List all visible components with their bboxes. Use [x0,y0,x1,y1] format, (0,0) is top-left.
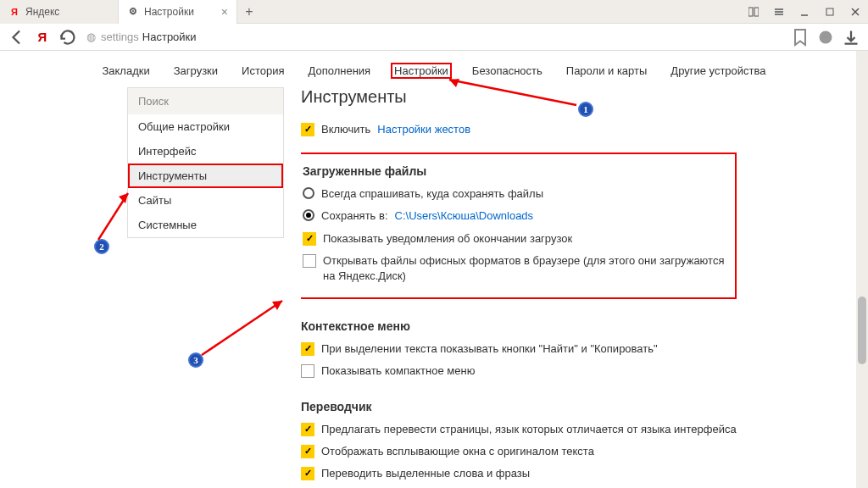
sidebar-item-sites[interactable]: Сайты [128,188,283,213]
radio-ask-location[interactable] [303,187,314,199]
panels-icon[interactable] [741,0,766,24]
office-files-checkbox[interactable] [303,254,316,268]
enable-label: Включить [321,122,370,137]
settings-panel: Инструменты Включить Настройки жестов За… [301,87,860,487]
extensions-icon[interactable] [815,27,836,47]
gear-icon: ⚙ [127,6,139,18]
sidebar-item-interface[interactable]: Интерфейс [128,139,283,164]
notify-checkbox[interactable] [303,232,316,246]
radio-save-to[interactable] [303,209,314,221]
panel-title: Инструменты [301,87,851,107]
sidebar-item-system[interactable]: Системные [128,213,283,237]
downloads-section: Загруженные файлы Всегда спрашивать, куд… [301,152,737,299]
nav-addons[interactable]: Дополнения [304,63,374,79]
new-tab-button[interactable]: + [237,4,261,19]
offer-translate-checkbox[interactable] [301,423,314,436]
maximize-button[interactable] [817,0,843,24]
compact-menu-checkbox[interactable] [301,364,314,378]
context-menu-heading: Контекстное меню [301,319,851,333]
sidebar-item-tools[interactable]: Инструменты [128,164,283,188]
yandex-icon: Я [8,6,20,18]
close-tab-icon[interactable]: × [213,5,228,19]
titlebar: Я Яндекс ⚙ Настройки × + [0,0,868,24]
close-window-button[interactable] [843,0,868,24]
translate-selected-checkbox[interactable] [301,467,314,480]
bookmark-icon[interactable] [790,27,810,47]
nav-bookmarks[interactable]: Закладки [98,63,153,79]
popup-original-checkbox[interactable] [301,445,314,458]
svg-rect-6 [826,8,833,15]
svg-point-9 [820,30,832,43]
annotation-marker-1: 1 [578,102,593,117]
translator-section: Переводчик Предлагать перевести страницы… [301,400,851,482]
address-bar[interactable]: ◍ settings Настройки [83,30,785,43]
globe-icon: ◍ [86,30,96,43]
svg-rect-0 [748,8,753,16]
sidebar-item-general[interactable]: Общие настройки [128,114,283,139]
browser-tab-active[interactable]: ⚙ Настройки × [119,0,237,24]
annotation-marker-3: 3 [188,352,203,368]
nav-devices[interactable]: Другие устройства [667,63,769,79]
translator-heading: Переводчик [301,400,851,413]
enable-checkbox[interactable] [301,123,314,136]
nav-passwords[interactable]: Пароли и карты [563,63,651,79]
menu-icon[interactable] [766,0,792,24]
scroll-thumb[interactable] [858,297,866,364]
gestures-link[interactable]: Настройки жестов [377,122,470,137]
back-button[interactable] [7,27,27,47]
nav-security[interactable]: Безопасность [469,63,546,79]
minimize-button[interactable] [792,0,817,24]
content-area: Закладки Загрузки История Дополнения Нас… [0,51,868,488]
tab-title: Настройки [144,6,194,18]
sidebar-search[interactable]: Поиск [128,88,283,114]
yandex-home-button[interactable]: Я [32,27,53,47]
nav-downloads[interactable]: Загрузки [170,63,221,79]
page-scrollbar[interactable] [856,51,868,488]
downloads-icon[interactable] [841,27,861,47]
context-menu-section: Контекстное меню При выделении текста по… [301,319,851,379]
download-path-link[interactable]: C:\Users\Ксюша\Downloads [395,208,534,224]
settings-topnav: Закладки Загрузки История Дополнения Нас… [0,51,868,87]
nav-settings[interactable]: Настройки [391,63,452,79]
reload-button[interactable] [58,27,78,47]
downloads-heading: Загруженные файлы [303,164,725,178]
toolbar: Я ◍ settings Настройки [0,24,868,51]
settings-sidebar: Поиск Общие настройки Интерфейс Инструме… [127,87,284,238]
nav-history[interactable]: История [238,63,287,79]
tab-title: Яндекс [25,6,59,18]
findcopy-checkbox[interactable] [301,342,314,356]
annotation-marker-2: 2 [94,239,109,254]
browser-tab[interactable]: Я Яндекс [0,0,119,24]
svg-rect-1 [754,8,759,16]
